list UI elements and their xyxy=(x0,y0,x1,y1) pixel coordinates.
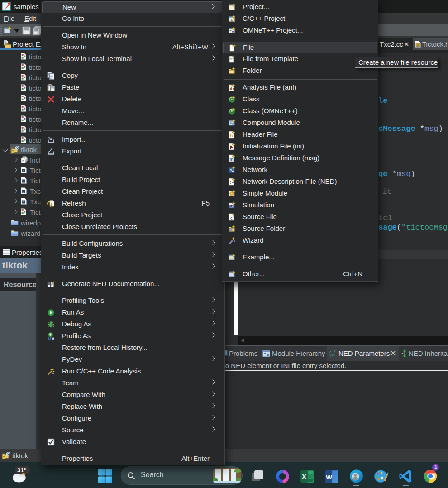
svg-text:X: X xyxy=(302,473,307,481)
svg-text:c: c xyxy=(22,169,24,173)
svg-text:h: h xyxy=(22,179,24,183)
svg-text:h: h xyxy=(230,133,233,138)
svg-text:h: h xyxy=(22,159,24,163)
svg-text:c: c xyxy=(230,228,232,231)
svg-text:x=?: x=? xyxy=(329,350,336,354)
svg-text:c: c xyxy=(230,216,233,220)
svg-text:c: c xyxy=(231,17,233,22)
svg-text:c: c xyxy=(22,200,24,204)
svg-text:W: W xyxy=(326,473,333,481)
svg-text:!: ! xyxy=(13,150,14,153)
svg-text:c: c xyxy=(22,190,24,194)
svg-text:y=?: y=? xyxy=(329,354,336,357)
svg-text:m: m xyxy=(229,157,233,162)
svg-text:!: ! xyxy=(4,456,5,459)
svg-text:C: C xyxy=(16,146,19,150)
svg-text:C: C xyxy=(7,452,10,456)
